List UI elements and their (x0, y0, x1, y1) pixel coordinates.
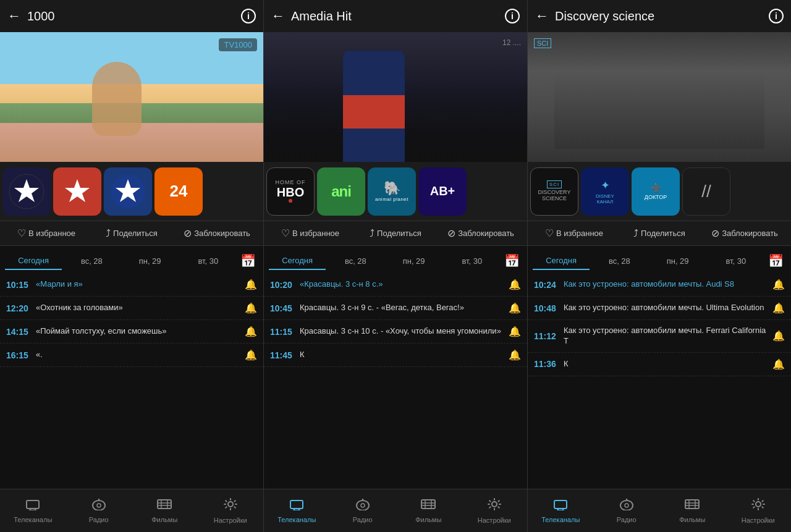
tab-mon-discovery[interactable]: пн, 29 (649, 253, 706, 269)
nav-films-1[interactable]: Фильмы (132, 489, 198, 532)
info-button-amedia[interactable]: i (505, 9, 520, 23)
nav-radio-2[interactable]: Радио (330, 489, 396, 532)
settings-icon (751, 497, 766, 514)
block-discovery[interactable]: ⊘ Заблокировать (703, 227, 786, 239)
logo-viasat-world[interactable] (2, 167, 51, 216)
info-button-discovery[interactable]: i (769, 9, 784, 23)
svg-point-11 (97, 504, 101, 507)
bell-icon[interactable]: 🔔 (772, 302, 785, 314)
calendar-btn-amedia[interactable]: 📅 (502, 251, 522, 271)
back-button-amedia[interactable]: ← (271, 8, 285, 24)
table-row[interactable]: 10:48 Как это устроено: автомобили мечты… (528, 297, 791, 320)
tab-mon-amedia[interactable]: пн, 29 (386, 253, 442, 269)
bell-icon[interactable]: 🔔 (509, 279, 521, 290)
svg-point-37 (625, 504, 628, 507)
logo-hbo[interactable]: HOME OF HBO (266, 167, 315, 216)
tab-tue-discovery[interactable]: вт, 30 (708, 253, 764, 269)
svg-rect-6 (27, 500, 39, 509)
video-discovery[interactable] (528, 32, 791, 162)
program-title: «Марли и я» (36, 279, 245, 290)
tab-sun-discovery[interactable]: вс, 28 (591, 253, 648, 269)
video-tv1000[interactable] (0, 32, 263, 162)
channel-title-discovery: Discovery science (555, 9, 769, 23)
bell-icon[interactable]: 🔔 (772, 358, 785, 370)
svg-rect-19 (290, 500, 303, 509)
tab-today-amedia[interactable]: Сегодня (269, 252, 326, 270)
bell-icon[interactable]: 🔔 (509, 302, 521, 314)
tab-today-tv1000[interactable]: Сегодня (5, 252, 62, 270)
table-row[interactable]: 11:36 К 🔔 (528, 353, 791, 376)
header-amedia: ← Amedia Hit i (264, 0, 527, 32)
table-row[interactable]: 10:45 Красавцы. 3 с-н 9 с. - «Вегас, дет… (264, 297, 527, 320)
film-icon (685, 498, 700, 513)
nav-films-3[interactable]: Фильмы (659, 489, 725, 532)
nav-tvchannel-2[interactable]: Телеканалы (264, 489, 330, 532)
logo-doktor[interactable]: ➕ ДОКТОР (632, 167, 680, 216)
tab-sun-tv1000[interactable]: вс, 28 (63, 253, 120, 269)
film-icon (157, 498, 172, 513)
bell-icon[interactable]: 🔔 (245, 279, 257, 290)
share-tv1000[interactable]: ⤴ Поделиться (90, 228, 173, 239)
tab-today-discovery[interactable]: Сегодня (533, 252, 590, 270)
share-amedia[interactable]: ⤴ Поделиться (354, 228, 437, 239)
tab-mon-tv1000[interactable]: пн, 29 (122, 253, 179, 269)
action-bar-discovery: ♡ В избранное ⤴ Поделиться ⊘ Заблокирова… (528, 221, 791, 246)
nav-radio-1[interactable]: Радио (66, 489, 132, 532)
program-time: 11:36 (534, 359, 559, 369)
favorite-discovery[interactable]: ♡ В избранное (533, 227, 615, 239)
bell-icon[interactable]: 🔔 (245, 326, 257, 337)
logo-ab-plus[interactable]: АВ+ (418, 167, 467, 216)
nav-settings-2[interactable]: Настройки (462, 489, 528, 532)
table-row[interactable]: 10:15 «Марли и я» 🔔 (0, 273, 263, 297)
nav-tvchannel-3[interactable]: Телеканалы (528, 489, 594, 532)
bell-icon[interactable]: 🔔 (772, 330, 785, 342)
logo-sci-discovery[interactable]: SCI DISCOVERYSCIENCE (530, 167, 578, 216)
bell-icon[interactable]: 🔔 (772, 279, 785, 290)
table-row[interactable]: 11:45 К 🔔 (264, 344, 527, 367)
info-button-tv1000[interactable]: i (241, 9, 256, 23)
heart-icon: ♡ (545, 227, 554, 239)
logo-24[interactable]: 24 (154, 167, 203, 216)
tab-tue-amedia[interactable]: вт, 30 (444, 253, 501, 269)
block-amedia[interactable]: ⊘ Заблокировать (439, 227, 522, 239)
logo-animal-planet[interactable]: 🐘 animal planet (368, 167, 416, 216)
share-discovery[interactable]: ⤴ Поделиться (618, 228, 701, 239)
logo-viasat-blue[interactable] (104, 167, 152, 216)
table-row[interactable]: 11:12 Как это устроено: автомобили мечты… (528, 320, 791, 353)
block-tv1000[interactable]: ⊘ Заблокировать (176, 227, 258, 239)
nav-films-2[interactable]: Фильмы (396, 489, 462, 532)
nav-settings-1[interactable]: Настройки (198, 489, 264, 532)
logo-viasat-red[interactable] (53, 167, 101, 216)
bell-icon[interactable]: 🔔 (245, 302, 257, 314)
favorite-amedia[interactable]: ♡ В избранное (269, 227, 352, 239)
back-button-tv1000[interactable]: ← (7, 8, 21, 24)
back-button-discovery[interactable]: ← (535, 8, 549, 24)
video-amedia[interactable] (264, 32, 527, 162)
program-time: 10:24 (534, 280, 559, 290)
tab-tue-tv1000[interactable]: вт, 30 (180, 253, 237, 269)
panel-discovery: ← Discovery science i SCI DISCOVERYSCIEN… (528, 0, 791, 489)
table-row[interactable]: 12:20 «Охотник за головами» 🔔 (0, 297, 263, 320)
nav-tvchannel-1[interactable]: Телеканалы (0, 489, 66, 532)
table-row[interactable]: 11:15 Красавцы. 3 с-н 10 с. - «Хочу, что… (264, 320, 527, 344)
calendar-btn-discovery[interactable]: 📅 (766, 251, 786, 271)
logo-ani[interactable]: ani (317, 167, 365, 216)
header-discovery: ← Discovery science i (528, 0, 791, 32)
table-row[interactable]: 10:24 Как это устроено: автомобили мечты… (528, 273, 791, 297)
nav-settings-3[interactable]: Настройки (725, 489, 792, 532)
bell-icon[interactable]: 🔔 (509, 349, 521, 361)
share-label: Поделиться (641, 229, 685, 238)
table-row[interactable]: 14:15 «Поймай толстуху, если сможешь» 🔔 (0, 320, 263, 344)
bell-icon[interactable]: 🔔 (245, 349, 257, 361)
bell-icon[interactable]: 🔔 (509, 326, 521, 337)
favorite-tv1000[interactable]: ♡ В избранное (5, 227, 88, 239)
date-tabs-amedia: Сегодня вс, 28 пн, 29 вт, 30 📅 (264, 246, 527, 271)
calendar-btn-tv1000[interactable]: 📅 (238, 251, 258, 271)
logo-disney[interactable]: ✦ DISNEYКАНАЛ (581, 167, 629, 216)
radio-icon (619, 498, 634, 513)
tab-sun-amedia[interactable]: вс, 28 (327, 253, 384, 269)
table-row[interactable]: 16:15 «. 🔔 (0, 344, 263, 367)
logo-unknown[interactable]: // (682, 167, 730, 216)
nav-radio-3[interactable]: Радио (594, 489, 660, 532)
table-row[interactable]: 10:20 «Красавцы. 3 с-н 8 с.» 🔔 (264, 273, 527, 297)
